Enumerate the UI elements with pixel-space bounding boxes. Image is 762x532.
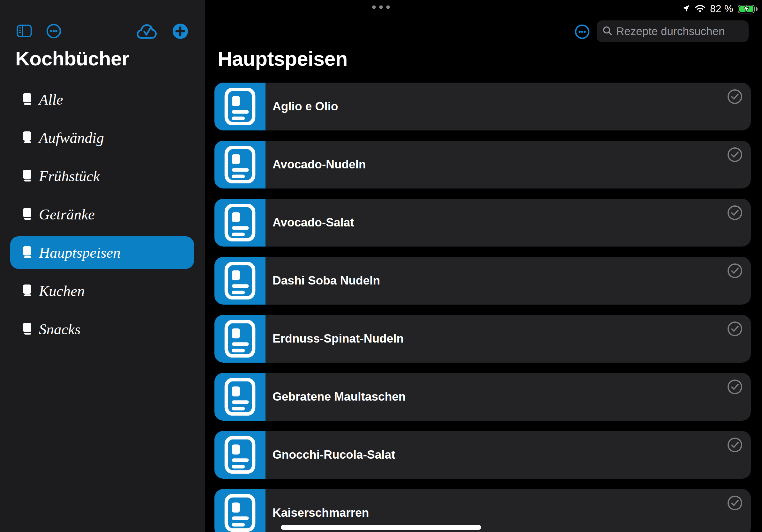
sidebar-toggle-icon[interactable] (17, 24, 32, 38)
add-circle-icon[interactable] (173, 24, 188, 40)
recipe-row[interactable]: Erdnuss-Spinat-Nudeln (214, 315, 751, 363)
recipe-card-icon (214, 489, 266, 532)
sidebar-item-label: Snacks (39, 320, 81, 338)
cloud-check-icon[interactable] (136, 24, 158, 40)
wifi-icon (695, 4, 706, 14)
check-circle-icon[interactable] (727, 147, 742, 162)
check-circle-icon[interactable] (727, 89, 742, 104)
sidebar: Kochbücher Alle Aufwändig (0, 0, 205, 532)
recipe-card-icon (214, 373, 266, 421)
recipe-row[interactable]: Aglio e Olio (214, 83, 751, 130)
battery-percent: 82 % (710, 3, 733, 15)
recipe-list: Aglio e Olio Avocado-Nudeln (214, 83, 751, 532)
recipe-card-icon (214, 83, 266, 130)
book-icon (22, 246, 32, 259)
sidebar-item-fruehstueck[interactable]: Frühstück (10, 160, 194, 192)
book-icon (22, 284, 32, 298)
recipe-name: Avocado-Nudeln (272, 141, 366, 188)
battery-charging-icon (738, 5, 755, 13)
recipe-name: Avocado-Salat (272, 199, 354, 246)
recipe-row[interactable]: Avocado-Salat (214, 199, 751, 246)
sidebar-item-label: Frühstück (39, 167, 100, 185)
status-bar: 82 % (682, 3, 758, 15)
search-input[interactable] (616, 25, 760, 37)
sidebar-item-label: Alle (39, 91, 63, 108)
sidebar-toolbar (0, 23, 205, 39)
search-field[interactable] (597, 21, 749, 42)
home-indicator-bar[interactable] (281, 525, 481, 530)
sidebar-item-getraenke[interactable]: Getränke (10, 198, 194, 231)
more-circle-icon[interactable] (46, 24, 61, 39)
recipe-name: Gebratene Maultaschen (272, 373, 406, 421)
sidebar-item-aufwaendig[interactable]: Aufwändig (10, 121, 194, 154)
recipe-name: Aglio e Olio (272, 83, 338, 130)
check-circle-icon[interactable] (727, 321, 742, 337)
check-circle-icon[interactable] (727, 437, 742, 453)
book-icon (22, 169, 32, 183)
sidebar-item-kuchen[interactable]: Kuchen (10, 275, 194, 307)
sidebar-item-label: Aufwändig (39, 129, 104, 146)
book-icon (22, 208, 32, 221)
sidebar-item-label: Hauptspeisen (39, 244, 120, 261)
recipe-card-icon (214, 141, 266, 188)
recipe-card-icon (214, 315, 266, 363)
book-icon (22, 93, 32, 106)
search-icon (602, 26, 612, 37)
sidebar-item-alle[interactable]: Alle (10, 83, 194, 116)
recipe-name: Erdnuss-Spinat-Nudeln (272, 315, 404, 363)
location-icon (682, 4, 690, 14)
book-icon (22, 322, 32, 336)
recipe-name: Dashi Soba Nudeln (272, 257, 380, 304)
sidebar-title: Kochbücher (15, 47, 129, 70)
recipe-name: Gnocchi-Rucola-Salat (272, 431, 395, 479)
more-circle-icon[interactable] (575, 24, 590, 40)
recipe-card-icon (214, 431, 266, 479)
recipe-row[interactable]: Avocado-Nudeln (214, 141, 751, 188)
check-circle-icon[interactable] (727, 495, 742, 511)
multitask-dots-icon[interactable] (372, 5, 390, 9)
recipe-row[interactable]: Gebratene Maultaschen (214, 373, 751, 421)
sidebar-item-hauptspeisen[interactable]: Hauptspeisen (10, 236, 194, 269)
battery-nub (756, 7, 758, 11)
sidebar-item-label: Getränke (39, 206, 95, 223)
recipe-card-icon (214, 257, 266, 304)
sidebar-item-snacks[interactable]: Snacks (10, 313, 194, 345)
recipe-row[interactable]: Dashi Soba Nudeln (214, 257, 751, 304)
recipe-card-icon (214, 199, 266, 246)
check-circle-icon[interactable] (727, 263, 742, 279)
main-panel: Hauptspeisen Aglio e Olio (205, 0, 762, 532)
check-circle-icon[interactable] (727, 379, 742, 395)
cookbook-list: Alle Aufwändig Frühstück (10, 83, 194, 351)
book-icon (22, 131, 32, 145)
sidebar-item-label: Kuchen (39, 282, 85, 299)
check-circle-icon[interactable] (727, 205, 742, 220)
recipe-row[interactable]: Gnocchi-Rucola-Salat (214, 431, 751, 479)
page-title: Hauptspeisen (218, 47, 347, 70)
